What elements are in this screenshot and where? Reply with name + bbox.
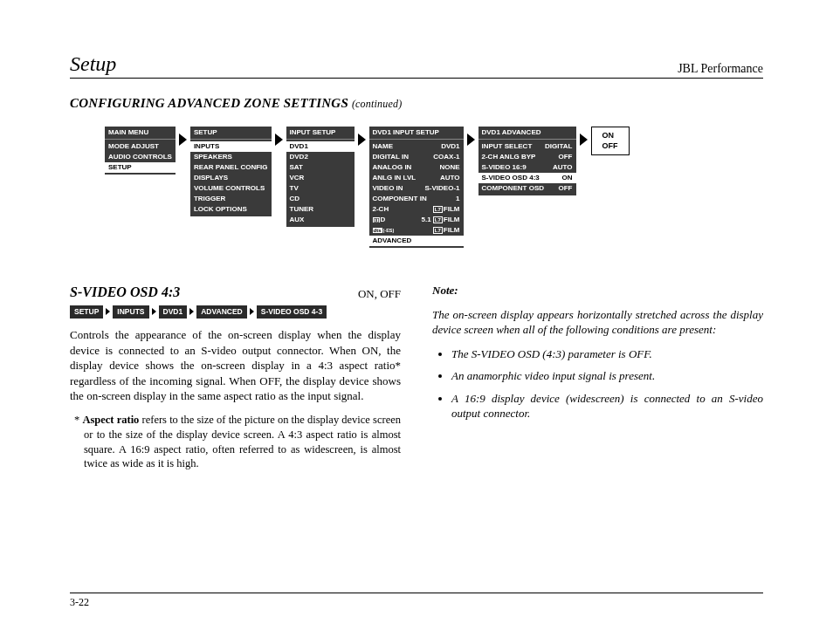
crumb: ADVANCED <box>196 305 247 319</box>
menu-kv: DIGITAL INCOAX-1 <box>369 152 464 162</box>
menu-title: DVD1 ADVANCED <box>478 127 576 140</box>
menu-item: CD <box>286 194 355 204</box>
menu-kv: NAMEDVD1 <box>369 141 464 152</box>
menu-item: TRIGGER <box>190 194 272 204</box>
menu-item: AUX <box>286 215 355 225</box>
breadcrumb: SETUP INPUTS DVD1 ADVANCED S-VIDEO OSD 4… <box>70 305 401 319</box>
note-item: The S-VIDEO OSD (4:3) parameter is OFF. <box>451 346 763 362</box>
header-left: Setup <box>70 52 116 76</box>
menu-kv-selected: S-VIDEO OSD 4:3ON <box>478 173 576 183</box>
note-item: An anamorphic video input signal is pres… <box>451 368 763 384</box>
crumb: SETUP <box>70 305 103 319</box>
menu-kv: 2-CH ANLG BYPOFF <box>478 152 576 162</box>
chevron-right-icon <box>179 134 187 146</box>
menu-item: DISPLAYS <box>190 173 272 183</box>
param-name: S-VIDEO OSD 4:3 <box>70 283 180 302</box>
menu-title: INPUT SETUP <box>286 127 355 140</box>
chevron-right-icon <box>106 308 110 315</box>
left-column: S-VIDEO OSD 4:3 ON, OFF SETUP INPUTS DVD… <box>70 283 401 480</box>
option: ON <box>602 131 618 141</box>
menu-kv: INPUT SELECTDIGITAL <box>478 141 576 152</box>
page-footer: 3-22 <box>70 593 763 609</box>
menu-item: DVD2 <box>286 152 355 162</box>
dts-icon: dts <box>373 228 382 233</box>
menu-title: MAIN MENU <box>105 127 176 140</box>
crumb: DVD1 <box>159 305 188 319</box>
dolby-icon: ▯▯ <box>373 217 380 223</box>
crumb: S-VIDEO OSD 4-3 <box>257 305 327 319</box>
menu-kv: ▯▯D 5.1 L7FILM <box>369 215 464 225</box>
crumb: INPUTS <box>113 305 148 319</box>
section-title: CONFIGURING ADVANCED ZONE SETTINGS (cont… <box>70 96 763 111</box>
menu-item-selected: SETUP <box>105 162 176 173</box>
menu-kv: VIDEO INS-VIDEO-1 <box>369 183 464 194</box>
menu-main: MAIN MENU MODE ADJUST AUDIO CONTROLS SET… <box>105 127 176 175</box>
chevron-right-icon <box>189 308 194 315</box>
menu-item: VCR <box>286 173 355 183</box>
menu-title: SETUP <box>190 127 272 140</box>
note-list: The S-VIDEO OSD (4:3) parameter is OFF. … <box>432 346 763 421</box>
menu-setup: SETUP INPUTS SPEAKERS REAR PANEL CONFIG … <box>190 127 272 216</box>
section-continued: (continued) <box>352 98 403 110</box>
menu-kv: S-VIDEO 16:9AUTO <box>478 162 576 173</box>
menu-kv: COMPONENT OSDOFF <box>478 183 576 194</box>
menu-item-selected: INPUTS <box>190 141 272 152</box>
chevron-right-icon <box>152 308 156 315</box>
chevron-right-icon <box>358 134 366 146</box>
header-right: JBL Performance <box>678 62 763 76</box>
menu-item: VOLUME CONTROLS <box>190 183 272 194</box>
menu-kv: ANLG IN LVLAUTO <box>369 173 464 183</box>
menu-dvd1-advanced: DVD1 ADVANCED INPUT SELECTDIGITAL 2-CH A… <box>478 127 576 195</box>
param-options: ON, OFF <box>358 286 401 302</box>
menu-kv: COMPONENT IN1 <box>369 194 464 204</box>
body-columns: S-VIDEO OSD 4:3 ON, OFF SETUP INPUTS DVD… <box>70 283 763 480</box>
logic7-icon: L7 <box>433 206 443 213</box>
menu-item: SPEAKERS <box>190 152 272 162</box>
menu-flow: MAIN MENU MODE ADJUST AUDIO CONTROLS SET… <box>105 127 763 248</box>
menu-kv: dts(-ES) L7FILM <box>369 225 464 236</box>
option-box: ON OFF <box>591 127 630 155</box>
logic7-icon: L7 <box>433 216 443 223</box>
right-column: Note: The on-screen display appears hori… <box>432 283 763 480</box>
page-number: 3-22 <box>70 596 89 608</box>
menu-dvd1-input-setup: DVD1 INPUT SETUP NAMEDVD1 DIGITAL INCOAX… <box>369 127 464 248</box>
menu-item-selected: DVD1 <box>286 141 355 152</box>
menu-item: SAT <box>286 162 355 173</box>
note-heading: Note: <box>432 283 763 298</box>
option: OFF <box>602 141 618 152</box>
footnote: * Aspect ratio refers to the size of the… <box>70 413 401 472</box>
section-title-text: CONFIGURING ADVANCED ZONE SETTINGS <box>70 96 348 110</box>
menu-item: TV <box>286 183 355 194</box>
chevron-right-icon <box>250 308 254 315</box>
menu-item: AUDIO CONTROLS <box>105 152 176 162</box>
menu-item: MODE ADJUST <box>105 141 176 152</box>
menu-item: LOCK OPTIONS <box>190 204 272 215</box>
menu-item-selected: ADVANCED <box>369 236 464 246</box>
chevron-right-icon <box>467 134 475 146</box>
page-header: Setup JBL Performance <box>70 52 763 79</box>
menu-title: DVD1 INPUT SETUP <box>369 127 464 140</box>
logic7-icon: L7 <box>433 227 443 234</box>
menu-item: TUNER <box>286 204 355 215</box>
menu-kv: ANALOG INNONE <box>369 162 464 173</box>
param-header: S-VIDEO OSD 4:3 ON, OFF <box>70 283 401 302</box>
menu-item: REAR PANEL CONFIG <box>190 162 272 173</box>
paragraph: Controls the appearance of the on-screen… <box>70 327 401 404</box>
menu-input-setup: INPUT SETUP DVD1 DVD2 SAT VCR TV CD TUNE… <box>286 127 355 227</box>
chevron-right-icon <box>275 134 283 146</box>
menu-kv: 2-CH L7FILM <box>369 204 464 215</box>
note-intro: The on-screen display appears horizontal… <box>432 307 763 338</box>
note-item: A 16:9 display device (widescreen) is co… <box>451 391 763 421</box>
chevron-right-icon <box>580 134 588 146</box>
